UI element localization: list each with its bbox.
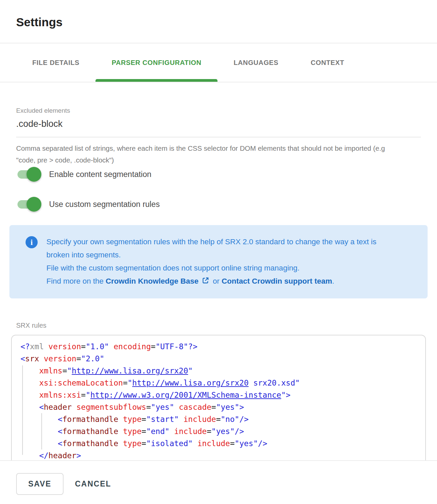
info-box: i Specify your own segmentation rules wi… xyxy=(9,225,428,298)
toggle-label: Use custom segmentation rules xyxy=(49,200,160,209)
page-title: Settings xyxy=(16,15,421,29)
info-paragraph: File with the custom segmentation does n… xyxy=(46,261,383,275)
active-tab-indicator xyxy=(95,79,217,82)
parser-configuration-panel: Excluded elements .code-block Comma sepa… xyxy=(0,107,437,460)
find-more-middle: or xyxy=(211,277,222,285)
code-line: <formathandle type="start" include="no"/… xyxy=(21,413,425,425)
tab-label: CONTEXT xyxy=(311,59,344,67)
code-line: xsi:schemaLocation="http://www.lisa.org/… xyxy=(21,377,425,389)
tab-parser-configuration[interactable]: PARSER CONFIGURATION xyxy=(95,43,217,82)
input-underline xyxy=(16,137,421,137)
custom-rules-toggle-row: Use custom segmentation rules xyxy=(16,197,421,212)
tab-label: PARSER CONFIGURATION xyxy=(112,59,201,67)
code-line: xmlns:xsi="http://www.w3.org/2001/XMLSch… xyxy=(21,389,425,401)
code-line: </header> xyxy=(21,449,425,460)
tab-context[interactable]: CONTEXT xyxy=(294,43,360,82)
indent-guide xyxy=(22,365,23,455)
tab-languages[interactable]: LANGUAGES xyxy=(217,43,294,82)
content-segmentation-toggle[interactable] xyxy=(17,170,38,179)
divider xyxy=(0,82,437,82)
content-segmentation-toggle-row: Enable content segmentation xyxy=(16,167,421,182)
info-icon: i xyxy=(26,236,38,248)
excluded-elements-input[interactable]: .code-block xyxy=(16,119,421,129)
cancel-button[interactable]: CANCEL xyxy=(75,474,111,494)
dialog-footer: SAVE CANCEL xyxy=(0,461,437,504)
excluded-elements-label: Excluded elements xyxy=(16,107,421,114)
toggle-knob xyxy=(27,197,41,212)
tab-label: LANGUAGES xyxy=(234,59,278,67)
info-box-text: Specify your own segmentation rules with… xyxy=(46,235,383,289)
tab-file-details[interactable]: FILE DETAILS xyxy=(16,43,95,82)
external-link-icon[interactable] xyxy=(201,276,209,289)
info-find-more-line: Find more on the Crowdin Knowledge Base … xyxy=(46,275,383,289)
toggle-label: Enable content segmentation xyxy=(49,170,151,179)
code-line: <formathandle type="isolated" include="y… xyxy=(21,437,425,449)
code-line: xmlns="http://www.lisa.org/srx20" xyxy=(21,365,425,377)
find-more-suffix: . xyxy=(332,277,334,285)
srx-rules-label: SRX rules xyxy=(16,321,421,329)
support-team-link[interactable]: Contact Crowdin support team xyxy=(222,277,332,285)
code-lines: <?xml version="1.0" encoding="UTF-8"?><s… xyxy=(21,340,425,460)
save-button[interactable]: SAVE xyxy=(16,473,64,495)
knowledge-base-link[interactable]: Crowdin Knowledge Base xyxy=(106,277,198,285)
dialog-header: Settings xyxy=(0,0,437,29)
find-more-prefix: Find more on the xyxy=(46,277,106,285)
custom-segmentation-rules-toggle[interactable] xyxy=(17,200,38,209)
indent-guide xyxy=(41,413,42,449)
toggle-knob xyxy=(27,167,41,182)
excluded-elements-help: Comma separated list of strings, where e… xyxy=(16,142,403,166)
code-line: <?xml version="1.0" encoding="UTF-8"?> xyxy=(21,340,425,353)
tab-label: FILE DETAILS xyxy=(32,59,79,67)
settings-tabbar: FILE DETAILS PARSER CONFIGURATION LANGUA… xyxy=(0,43,437,82)
info-paragraph: Specify your own segmentation rules with… xyxy=(46,235,383,261)
code-line: <header segmentsubflows="yes" cascade="y… xyxy=(21,401,425,413)
srx-code-editor[interactable]: <?xml version="1.0" encoding="UTF-8"?><s… xyxy=(11,335,426,460)
code-line: <srx version="2.0" xyxy=(21,353,425,365)
code-line: <formathandle type="end" include="yes"/> xyxy=(21,425,425,437)
